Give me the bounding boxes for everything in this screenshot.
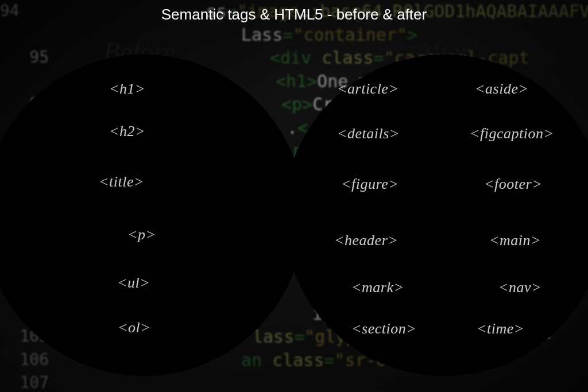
tag-h2: <h2> [109, 123, 145, 140]
tag-details: <details> [337, 125, 400, 142]
tag-mark: <mark> [351, 279, 404, 296]
tag-figcaption: <figcaption> [470, 125, 554, 142]
tag-h1: <h1> [109, 80, 145, 98]
tag-section: <section> [351, 320, 416, 337]
tag-aside: <aside> [475, 80, 528, 98]
tag-footer: <footer> [484, 176, 542, 193]
tag-article: <article> [337, 80, 399, 98]
tag-p: <p> [127, 226, 156, 243]
tag-ul: <ul> [117, 274, 150, 292]
tag-main: <main> [489, 232, 541, 249]
tag-header: <header> [334, 232, 398, 249]
labels-layer: <h1> <h2> <title> <p> <ul> <ol> <article… [0, 0, 588, 392]
tag-time: <time> [477, 320, 524, 337]
tag-title: <title> [99, 173, 144, 191]
tag-nav: <nav> [498, 279, 541, 296]
tag-ol: <ol> [118, 319, 150, 336]
tag-figure: <figure> [341, 176, 399, 193]
